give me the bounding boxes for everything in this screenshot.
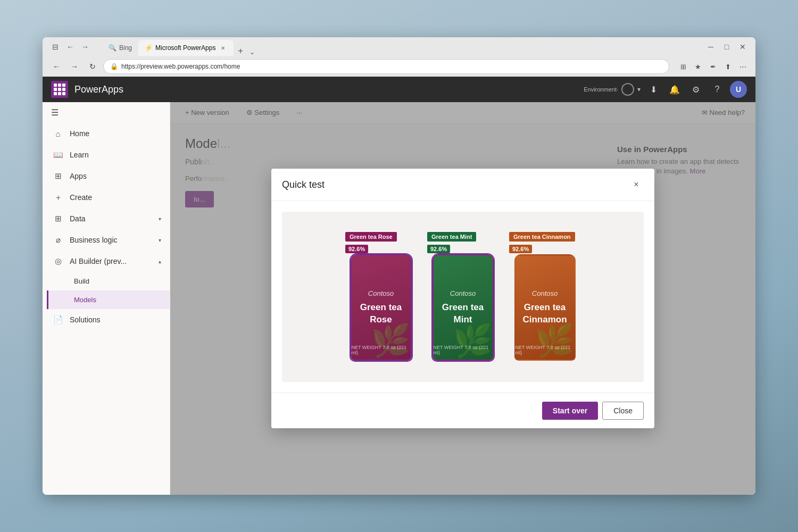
sidebar-solutions-label: Solutions xyxy=(70,315,101,324)
sidebar-create-label: Create xyxy=(70,193,92,202)
sidebar-home-label: Home xyxy=(70,129,89,138)
environment-selector[interactable]: Environment· ▾ xyxy=(584,83,641,96)
quick-test-dialog: Quick test × Green tea Rose 92.6% xyxy=(271,169,654,428)
address-bar-actions: ⊞ ★ ✒ ⬆ ⋯ xyxy=(677,60,749,73)
sidebar-item-ai-builder[interactable]: ◎ AI Builder (prev... ▴ xyxy=(43,251,170,272)
help-btn[interactable]: ? xyxy=(709,81,726,98)
sidebar-learn-label: Learn xyxy=(70,151,89,159)
nav-back-btn[interactable]: ← xyxy=(49,59,64,74)
tab-bing[interactable]: 🔍 Bing xyxy=(102,40,138,56)
product-cinnamon: Green tea Cinnamon 92.6% Contoso Green t… xyxy=(510,233,579,361)
dialog-body: Green tea Rose 92.6% Contoso Green tea R… xyxy=(271,201,654,393)
create-icon: ＋ xyxy=(53,192,63,203)
ai-builder-chevron-icon: ▴ xyxy=(159,259,161,264)
address-bar[interactable]: 🔒 https://preview.web.powerapps.com/home xyxy=(103,59,669,74)
mint-brand: Contoso xyxy=(450,289,476,297)
dialog-close-btn[interactable]: × xyxy=(629,177,644,192)
close-btn[interactable]: ✕ xyxy=(736,40,749,53)
read-view-btn[interactable]: ✒ xyxy=(706,60,719,73)
environment-circle xyxy=(621,83,634,96)
top-nav: PowerApps Environment· ▾ ⬇ 🔔 ⚙ ? U xyxy=(43,77,755,102)
sidebar-item-models[interactable]: Models xyxy=(47,290,170,309)
split-view-btn[interactable]: ⊞ xyxy=(677,60,689,73)
nav-forward-btn[interactable]: → xyxy=(67,59,82,74)
products-display: Green tea Rose 92.6% Contoso Green tea R… xyxy=(282,212,644,382)
sidebar-toggle-btn[interactable]: ☰ xyxy=(43,102,170,123)
cinnamon-brand: Contoso xyxy=(532,289,558,297)
business-logic-chevron-icon: ▾ xyxy=(159,237,161,243)
mint-confidence: 92.6% xyxy=(427,245,450,253)
minimize-btn[interactable]: ─ xyxy=(704,40,717,53)
browser-chrome: ⊟ ← → 🔍 Bing ⚡ Microsoft PowerApps ✕ + ⌄… xyxy=(43,37,755,77)
solutions-icon: 📄 xyxy=(53,314,63,325)
more-btn[interactable]: ⋯ xyxy=(736,60,749,73)
mint-can-body: Contoso Green tea Mint 🌿 NET WEIGHT 7.8 … xyxy=(433,254,494,361)
apps-icon: ⊞ xyxy=(53,171,63,181)
nav-refresh-btn[interactable]: ↻ xyxy=(85,59,100,74)
product-mint: Green tea Mint 92.6% Contoso Green tea M… xyxy=(428,233,497,361)
browser-window: ⊟ ← → 🔍 Bing ⚡ Microsoft PowerApps ✕ + ⌄… xyxy=(43,37,755,495)
cinnamon-confidence: 92.6% xyxy=(509,245,532,253)
sidebar-item-build[interactable]: Build xyxy=(47,272,170,290)
rose-label-tag: Green tea Rose xyxy=(345,232,397,242)
waffle-btn[interactable] xyxy=(51,81,68,98)
tab-powerapps-label: Microsoft PowerApps xyxy=(155,44,215,52)
sidebar-business-logic-label: Business logic xyxy=(70,236,118,244)
business-logic-icon: ⌀ xyxy=(53,235,63,245)
maximize-btn[interactable]: □ xyxy=(720,40,733,53)
notifications-btn[interactable]: 🔔 xyxy=(666,81,683,98)
address-text: https://preview.web.powerapps.com/home xyxy=(121,63,240,70)
sidebar-build-label: Build xyxy=(74,277,89,285)
dialog-overlay: Quick test × Green tea Rose 92.6% xyxy=(170,102,755,495)
download-btn[interactable]: ⬇ xyxy=(645,81,662,98)
browser-forward-btn[interactable]: → xyxy=(79,40,92,53)
avatar[interactable]: U xyxy=(730,81,747,98)
close-btn-footer[interactable]: Close xyxy=(602,402,644,420)
window-controls: ─ □ ✕ xyxy=(704,40,749,53)
top-nav-right: Environment· ▾ ⬇ 🔔 ⚙ ? U xyxy=(584,81,747,98)
new-tab-btn[interactable]: + xyxy=(234,46,247,56)
sidebar-item-learn[interactable]: 📖 Learn xyxy=(43,144,170,165)
powerapps-favicon: ⚡ xyxy=(145,44,152,52)
environment-label: Environment· xyxy=(584,86,618,93)
learn-icon: 📖 xyxy=(53,149,63,160)
env-chevron-icon: ▾ xyxy=(637,86,641,93)
start-over-btn[interactable]: Start over xyxy=(542,402,598,420)
dialog-title: Quick test xyxy=(282,179,629,190)
rose-weight: NET WEIGHT 7.8 oz (221 ml) xyxy=(352,345,411,355)
sidebar-data-label: Data xyxy=(70,214,86,223)
browser-back-btn[interactable]: ← xyxy=(64,40,77,53)
sidebar-item-create[interactable]: ＋ Create xyxy=(43,187,170,208)
data-icon: ⊞ xyxy=(53,213,63,224)
rose-can-body: Contoso Green tea Rose 🌿 NET WEIGHT 7.8 … xyxy=(351,254,412,361)
dialog-header: Quick test × xyxy=(271,169,654,201)
tab-menu-btn[interactable]: ⌄ xyxy=(247,48,257,56)
favorites-btn[interactable]: ★ xyxy=(692,60,704,73)
app-content: PowerApps Environment· ▾ ⬇ 🔔 ⚙ ? U ☰ ⌂ xyxy=(43,77,755,495)
browser-sidebar-btn[interactable]: ⊟ xyxy=(49,40,62,53)
lock-icon: 🔒 xyxy=(110,63,118,70)
sidebar-item-home[interactable]: ⌂ Home xyxy=(43,123,170,144)
sidebar-item-solutions[interactable]: 📄 Solutions xyxy=(43,309,170,330)
sidebar-item-apps[interactable]: ⊞ Apps xyxy=(43,165,170,187)
waffle-grid-icon xyxy=(54,84,65,95)
main-layout: ☰ ⌂ Home 📖 Learn ⊞ Apps ＋ Create xyxy=(43,102,755,495)
sidebar-item-business-logic[interactable]: ⌀ Business logic ▾ xyxy=(43,229,170,251)
product-rose: Green tea Rose 92.6% Contoso Green tea R… xyxy=(346,233,415,361)
rose-confidence: 92.6% xyxy=(345,245,368,253)
tab-powerapps[interactable]: ⚡ Microsoft PowerApps ✕ xyxy=(138,40,234,56)
cinnamon-can-body: Contoso Green tea Cinnamon 🌿 NET WEIGHT … xyxy=(514,254,576,361)
share-btn[interactable]: ⬆ xyxy=(721,60,734,73)
cinnamon-weight: NET WEIGHT 7.8 oz (221 ml) xyxy=(516,345,575,355)
sidebar-item-data[interactable]: ⊞ Data ▾ xyxy=(43,208,170,229)
settings-btn[interactable]: ⚙ xyxy=(687,81,704,98)
page-content: + New version ⚙ Settings ··· ✉ Need help… xyxy=(170,102,755,495)
dialog-footer: Start over Close xyxy=(271,393,654,428)
tab-close-btn[interactable]: ✕ xyxy=(219,44,227,52)
ai-builder-icon: ◎ xyxy=(53,256,63,267)
mint-weight: NET WEIGHT 7.8 oz (221 ml) xyxy=(434,345,493,355)
sidebar-apps-label: Apps xyxy=(70,172,87,180)
address-bar-row: ← → ↻ 🔒 https://preview.web.powerapps.co… xyxy=(43,56,755,77)
mint-label-tag: Green tea Mint xyxy=(427,232,476,242)
data-chevron-icon: ▾ xyxy=(159,216,161,222)
